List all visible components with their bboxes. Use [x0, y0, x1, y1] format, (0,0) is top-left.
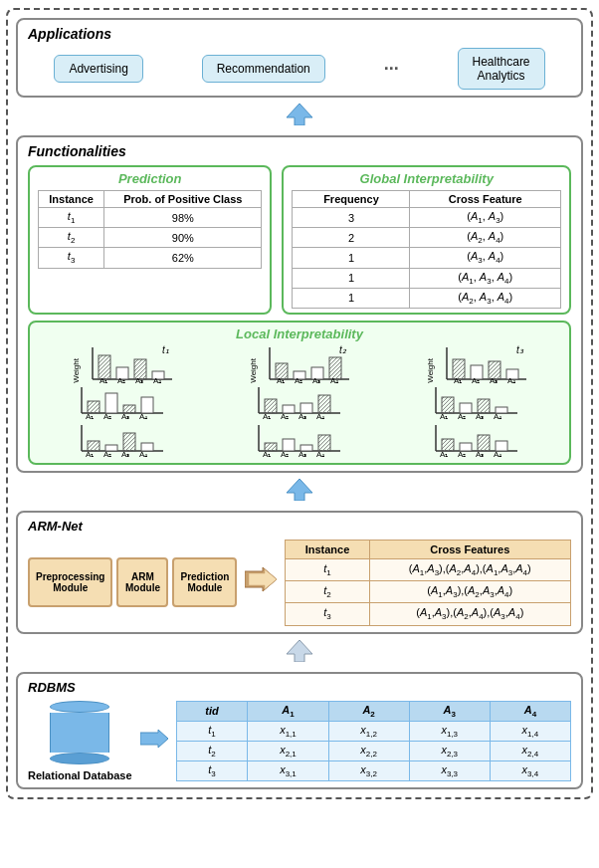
svg-text:A₄: A₄ — [494, 412, 501, 421]
svg-rect-76 — [442, 397, 454, 413]
pred-col-instance: Instance — [39, 191, 104, 208]
svg-text:A₄: A₄ — [316, 412, 324, 421]
svg-text:A₁: A₁ — [454, 376, 462, 383]
svg-text:t₃: t₃ — [516, 345, 524, 355]
global-row-4: 1 (A1, A3, A4) — [293, 268, 561, 288]
global-row-3-feature: (A3, A4) — [410, 248, 561, 268]
rdbms-row-2: t2 x2,1 x2,2 x2,3 x2,4 — [176, 741, 570, 760]
arm-row-1-features: (A1,A3),(A2,A4),(A1,A3,A4) — [369, 558, 571, 580]
global-row-2: 2 (A2, A4) — [293, 228, 561, 248]
app-box-healthcare: HealthcareAnalytics — [458, 48, 545, 90]
svg-text:A₃: A₃ — [121, 412, 129, 421]
local-title: Local Interpretability — [38, 326, 561, 341]
rdbms-col-a1: A1 — [248, 701, 328, 721]
local-charts: Weight — [38, 345, 561, 459]
functionalities-section: Functionalities Prediction Instance Prob… — [16, 135, 583, 473]
global-row-5: 1 (A2, A3, A4) — [293, 288, 561, 308]
application-boxes: Advertising Recommendation ··· Healthcar… — [28, 48, 571, 90]
prediction-box: Prediction Instance Prob. of Positive Cl… — [28, 165, 272, 315]
global-row-3: 1 (A3, A4) — [293, 248, 561, 268]
svg-text:A₄: A₄ — [330, 376, 338, 383]
arm-row-2: t2 (A1,A3),(A2,A3,A4) — [286, 581, 571, 603]
svg-rect-26 — [123, 433, 135, 451]
svg-rect-88 — [478, 435, 490, 451]
chart-t1-mid: A₁ A₂ A₃ A₄ — [74, 385, 171, 421]
func-top-row: Prediction Instance Prob. of Positive Cl… — [28, 165, 571, 315]
svg-rect-78 — [478, 399, 490, 413]
global-col-freq: Frequency — [293, 191, 410, 208]
chart-t3-top: A₁ A₂ A₃ A₄ t₃ — [439, 345, 528, 383]
svg-text:A₂: A₂ — [117, 376, 125, 383]
global-row-3-freq: 1 — [293, 248, 410, 268]
arm-row-2-instance: t2 — [286, 581, 369, 603]
svg-text:A₄: A₄ — [494, 450, 501, 459]
arm-row-2-features: (A1,A3),(A2,A3,A4) — [369, 581, 571, 603]
pred-row-3-instance: t3 — [39, 248, 104, 268]
arm-row-3-instance: t3 — [286, 603, 369, 625]
arm-table-wrap: Instance Cross Features t1 (A1,A3),(A2,A… — [285, 540, 571, 626]
svg-rect-45 — [265, 399, 277, 413]
rdbms-row-3: t3 x3,1 x3,2 x3,3 x3,4 — [176, 761, 570, 781]
global-title: Global Interpretability — [292, 171, 561, 186]
rdbms-row-3-a2: x3,2 — [328, 761, 409, 781]
svg-text:A₃: A₃ — [312, 376, 320, 383]
chart-t3-bot: A₁ A₂ A₃ A₄ — [428, 423, 525, 459]
svg-text:A₁: A₁ — [86, 450, 94, 459]
svg-rect-15 — [105, 393, 117, 413]
arm-row-1: t1 (A1,A3),(A2,A4),(A1,A3,A4) — [286, 558, 571, 580]
rdbms-row-1-a4: x1,4 — [490, 721, 570, 741]
rdbms-row-1-tid: t1 — [176, 721, 248, 741]
arrow-rdbms-to-armnet — [16, 640, 583, 666]
svg-rect-17 — [141, 397, 153, 413]
svg-marker-94 — [287, 479, 312, 501]
global-row-1-freq: 3 — [293, 208, 410, 228]
global-row-4-feature: (A1, A3, A4) — [410, 268, 561, 288]
svg-text:A₄: A₄ — [507, 376, 515, 383]
pred-row-2-prob: 90% — [104, 228, 262, 248]
chart-t3-mid: A₁ A₂ A₃ A₄ — [428, 385, 525, 421]
rdbms-row-1-a3: x1,3 — [409, 721, 490, 741]
svg-text:A₁: A₁ — [100, 376, 107, 383]
global-row-5-freq: 1 — [293, 288, 410, 308]
svg-rect-48 — [318, 395, 330, 413]
app-box-advertising: Advertising — [54, 55, 142, 83]
chart-t1-top: A₁ A₂ A₃ A₄ t₁ — [85, 345, 174, 383]
svg-text:A₄: A₄ — [316, 450, 324, 459]
svg-marker-98 — [140, 730, 168, 748]
svg-text:A₃: A₃ — [476, 412, 484, 421]
arm-module: ARMModule — [116, 557, 168, 607]
db-label: Relational Database — [28, 769, 132, 781]
svg-rect-58 — [318, 435, 330, 451]
svg-text:t₁: t₁ — [162, 345, 169, 355]
arm-modules: PreprocessingModule ARMModule Prediction… — [28, 557, 237, 607]
global-row-5-feature: (A2, A3, A4) — [410, 288, 561, 308]
pred-col-prob: Prob. of Positive Class — [104, 191, 262, 208]
chart-t1-bot: A₁ A₂ A₃ A₄ — [74, 423, 171, 459]
svg-text:A₂: A₂ — [103, 450, 111, 459]
pred-row-2-instance: t2 — [39, 228, 104, 248]
arm-forward-arrow — [245, 565, 277, 599]
rdbms-row-3-tid: t3 — [176, 761, 248, 781]
applications-section: Applications Advertising Recommendation … — [16, 18, 583, 98]
svg-text:A₁: A₁ — [86, 412, 94, 421]
arrow-apps-to-func — [16, 104, 583, 129]
pred-row-1: t1 98% — [39, 208, 262, 228]
chart-t2-mid: A₁ A₂ A₃ A₄ — [251, 385, 348, 421]
db-bottom — [50, 753, 109, 764]
svg-text:t₂: t₂ — [339, 345, 347, 355]
prediction-title: Prediction — [38, 171, 262, 186]
rdbms-row-2-a1: x2,1 — [248, 741, 328, 760]
db-top — [50, 701, 109, 713]
functionalities-title: Functionalities — [28, 143, 571, 159]
svg-text:A₄: A₄ — [153, 376, 161, 383]
rdbms-row-2-tid: t2 — [176, 741, 248, 760]
svg-text:A₂: A₂ — [295, 376, 302, 383]
database-icon: Relational Database — [28, 701, 132, 781]
svg-text:A₁: A₁ — [440, 412, 448, 421]
global-row-1: 3 (A1, A3) — [293, 208, 561, 228]
applications-title: Applications — [28, 26, 571, 42]
db-cylinder — [50, 701, 109, 764]
rdbms-title: RDBMS — [28, 680, 571, 695]
chart-t2-bot: A₁ A₂ A₃ A₄ — [251, 423, 348, 459]
main-container: Applications Advertising Recommendation … — [6, 8, 593, 799]
